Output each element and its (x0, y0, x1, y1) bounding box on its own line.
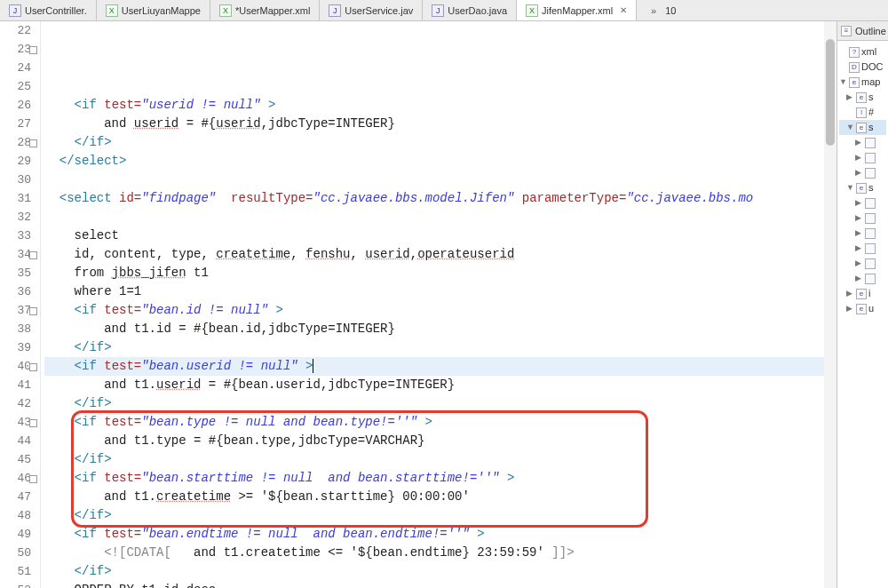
code-line[interactable]: ORDER BY t1.id desc (44, 581, 836, 588)
line-number[interactable]: 48 (0, 506, 38, 525)
code-line[interactable]: <if test="userid != null" > (44, 96, 836, 115)
line-number[interactable]: 28 (0, 133, 38, 152)
line-number[interactable]: 49 (0, 525, 38, 544)
outline-item[interactable]: ▶ (839, 150, 886, 165)
outline-item[interactable]: ▶ (839, 271, 886, 286)
line-number[interactable]: 27 (0, 115, 38, 133)
tab-userliuyanmapper[interactable]: X UserLiuyanMappe (97, 0, 210, 20)
triangle-right-icon[interactable]: ▶ (846, 286, 854, 301)
close-icon[interactable]: ✕ (620, 5, 627, 15)
outline-item[interactable]: ▶ (839, 226, 886, 241)
triangle-down-icon[interactable]: ▼ (846, 180, 854, 195)
line-number[interactable]: 25 (0, 77, 38, 96)
line-number[interactable]: 24 (0, 59, 38, 77)
outline-item[interactable]: ▶ (839, 135, 886, 150)
outline-item[interactable]: ▶e u (839, 301, 886, 316)
code-line[interactable]: where 1=1 (44, 282, 836, 301)
line-number[interactable]: 37 (0, 301, 38, 320)
triangle-down-icon[interactable]: ▼ (846, 120, 854, 135)
code-line[interactable]: </if> (44, 506, 836, 525)
code-line[interactable]: and t1.userid = #{bean.userid,jdbcType=I… (44, 376, 836, 394)
outline-item[interactable]: ▼e s (839, 120, 886, 135)
outline-item[interactable]: ▶ (839, 256, 886, 271)
tab-usercontroller[interactable]: J UserContriller. (0, 0, 97, 20)
outline-item[interactable]: ▶ (839, 241, 886, 256)
code-line[interactable]: <if test="bean.starttime != null and bea… (44, 469, 836, 488)
code-line[interactable]: select (44, 226, 836, 245)
line-number[interactable]: 32 (0, 208, 38, 226)
line-number[interactable]: 36 (0, 282, 38, 301)
triangle-right-icon[interactable]: ▶ (855, 135, 863, 150)
line-number[interactable]: 35 (0, 264, 38, 282)
outline-item[interactable]: ▶ (839, 195, 886, 211)
triangle-right-icon[interactable]: ▶ (855, 226, 863, 241)
code-line[interactable]: <if test="bean.endtime != null and bean.… (44, 525, 836, 544)
tab-overflow[interactable]: »10 (637, 0, 685, 20)
line-number[interactable]: 22 (0, 21, 38, 40)
outline-tree[interactable]: ? xmlD DOC▼e map▶e s! #▼e s▶ ▶ ▶ ▼e s▶ ▶… (837, 41, 888, 320)
outline-item[interactable]: ▼e s (839, 180, 886, 195)
line-number[interactable]: 46 (0, 469, 38, 488)
triangle-down-icon[interactable]: ▼ (839, 75, 847, 90)
tab-usermapper[interactable]: X *UserMapper.xml (210, 0, 320, 20)
line-number[interactable]: 33 (0, 226, 38, 245)
line-number[interactable]: 51 (0, 562, 38, 581)
code-line[interactable]: </if> (44, 450, 836, 469)
code-line[interactable] (44, 171, 836, 189)
line-number[interactable]: 26 (0, 96, 38, 115)
code-line[interactable]: <if test="bean.userid != null" > (44, 357, 836, 376)
code-line[interactable]: <![CDATA[ and t1.createtime <= '${bean.e… (44, 544, 836, 562)
code-line[interactable]: </select> (44, 152, 836, 171)
triangle-right-icon[interactable]: ▶ (855, 165, 863, 180)
line-number[interactable]: 47 (0, 488, 38, 506)
vertical-scrollbar[interactable] (824, 21, 836, 588)
code-line[interactable]: <select id="findpage" resultType="cc.jav… (44, 189, 836, 208)
outline-item[interactable]: ▶ (839, 211, 886, 226)
line-number[interactable]: 50 (0, 544, 38, 562)
tab-jifenmapper[interactable]: X JifenMapper.xml ✕ (517, 0, 637, 20)
triangle-right-icon[interactable]: ▶ (855, 271, 863, 286)
line-number[interactable]: 45 (0, 450, 38, 469)
code-line[interactable]: </if> (44, 394, 836, 413)
triangle-right-icon[interactable]: ▶ (855, 241, 863, 256)
triangle-right-icon[interactable]: ▶ (846, 90, 854, 105)
outline-item[interactable]: ▶e s (839, 90, 886, 105)
line-number[interactable]: 43 (0, 413, 38, 432)
line-number[interactable]: 41 (0, 376, 38, 394)
line-number[interactable]: 52 (0, 581, 38, 588)
tab-userdao[interactable]: J UserDao.java (423, 0, 517, 20)
code-line[interactable]: <if test="bean.id != null" > (44, 301, 836, 320)
triangle-right-icon[interactable]: ▶ (855, 256, 863, 271)
line-number[interactable]: 39 (0, 338, 38, 357)
line-number[interactable]: 31 (0, 189, 38, 208)
code-line[interactable]: and t1.createtime >= '${bean.starttime} … (44, 488, 836, 506)
code-line[interactable]: and t1.id = #{bean.id,jdbcType=INTEGER} (44, 320, 836, 338)
code-line[interactable]: from jbbs_jifen t1 (44, 264, 836, 282)
line-number[interactable]: 30 (0, 171, 38, 189)
code-line[interactable] (44, 208, 836, 226)
code-line[interactable]: </if> (44, 338, 836, 357)
line-number[interactable]: 44 (0, 432, 38, 450)
code-line[interactable]: and userid = #{userid,jdbcType=INTEGER} (44, 115, 836, 133)
outline-item[interactable]: D DOC (839, 60, 886, 75)
line-number[interactable]: 23 (0, 40, 38, 59)
code-line[interactable]: id, content, type, createtime, fenshu, u… (44, 245, 836, 264)
line-number-gutter[interactable]: 2223242526272829303132333435363738394041… (0, 21, 41, 588)
triangle-right-icon[interactable]: ▶ (846, 301, 854, 316)
code-editor[interactable]: <if test="userid != null" > and userid =… (41, 21, 836, 588)
outline-item[interactable]: ! # (839, 105, 886, 120)
line-number[interactable]: 42 (0, 394, 38, 413)
code-line[interactable]: </if> (44, 562, 836, 581)
outline-item[interactable]: ▶ (839, 165, 886, 180)
code-line[interactable] (44, 77, 836, 96)
line-number[interactable]: 40 (0, 357, 38, 376)
code-line[interactable]: </if> (44, 133, 836, 152)
line-number[interactable]: 34 (0, 245, 38, 264)
line-number[interactable]: 29 (0, 152, 38, 171)
line-number[interactable]: 38 (0, 320, 38, 338)
triangle-right-icon[interactable]: ▶ (855, 195, 863, 211)
code-line[interactable]: and t1.type = #{bean.type,jdbcType=VARCH… (44, 432, 836, 450)
outline-item[interactable]: ▶e i (839, 286, 886, 301)
triangle-right-icon[interactable]: ▶ (855, 211, 863, 226)
outline-item[interactable]: ▼e map (839, 75, 886, 90)
